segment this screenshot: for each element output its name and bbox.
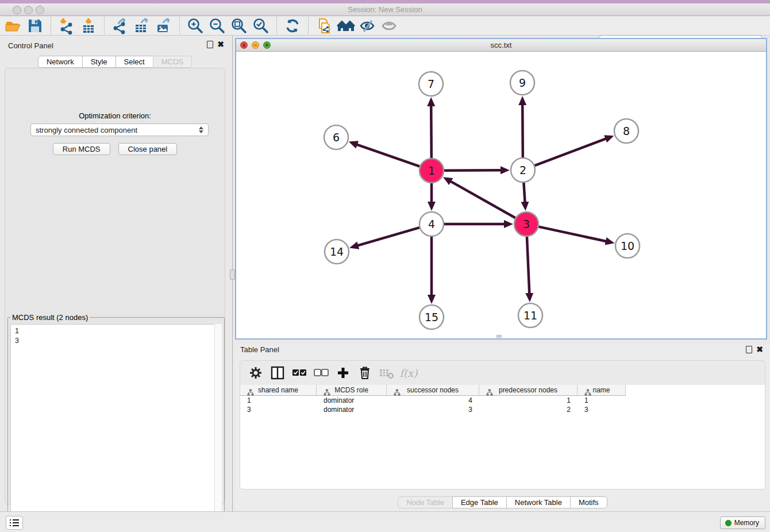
tab-node-table[interactable]: Node Table	[398, 496, 453, 508]
show-all-button[interactable]	[379, 17, 401, 35]
toolbar-separator	[179, 17, 180, 34]
import-table-button[interactable]	[78, 17, 99, 35]
column-header-shared-name[interactable]: shared name	[240, 385, 317, 396]
import-network-button[interactable]	[56, 17, 78, 35]
node-1[interactable]: 1	[419, 159, 444, 183]
edge-2-3[interactable]	[523, 183, 525, 202]
function-builder-button[interactable]: f(x)	[398, 363, 419, 383]
show-columns-button[interactable]	[267, 363, 288, 383]
tab-network-table[interactable]: Network Table	[506, 496, 571, 508]
criterion-dropdown[interactable]: strongly connected component	[30, 124, 209, 136]
column-header-predecessor-nodes[interactable]: predecessor nodes	[479, 385, 578, 396]
edge-2-9[interactable]	[522, 105, 523, 157]
tab-edge-table[interactable]: Edge Table	[452, 496, 507, 508]
network-graph[interactable]: 7968124314101511	[236, 52, 766, 338]
network-canvas[interactable]: 7968124314101511	[236, 52, 766, 338]
network-window-titlebar[interactable]: x – + scc.txt	[236, 39, 766, 52]
splitter-handle[interactable]	[230, 269, 235, 280]
table-cell[interactable]: dominator	[317, 405, 387, 414]
zoom-fit-button[interactable]	[228, 17, 250, 35]
tab-motifs[interactable]: Motifs	[570, 496, 607, 508]
column-header-name[interactable]: name	[578, 385, 626, 396]
node-11[interactable]: 11	[518, 303, 542, 327]
table-panel-tabs: Node TableEdge TableNetwork TableMotifs	[235, 496, 770, 508]
table-cell[interactable]: 1	[240, 396, 317, 405]
column-header-MCDS-role[interactable]: MCDS role	[317, 385, 387, 396]
mcds-result-scrollbar[interactable]	[214, 324, 222, 531]
houses-icon	[337, 18, 355, 34]
edge-3-10[interactable]	[539, 227, 606, 241]
edge-1-6[interactable]	[357, 145, 419, 167]
export-table-button[interactable]	[131, 17, 153, 35]
table-cell[interactable]: 2	[479, 405, 578, 414]
export-network-button[interactable]	[109, 17, 131, 35]
edge-4-14[interactable]	[357, 228, 419, 245]
save-session-button[interactable]	[24, 17, 46, 35]
checked-boxes-icon	[291, 368, 307, 378]
zoom-fit-icon	[230, 17, 248, 34]
hide-selected-button[interactable]	[357, 17, 379, 35]
zoom-out-button[interactable]	[206, 17, 228, 35]
node-4[interactable]: 4	[419, 212, 444, 236]
export-table-icon	[133, 17, 151, 34]
run-mcds-button[interactable]: Run MCDS	[53, 143, 110, 155]
task-history-button[interactable]	[6, 516, 23, 530]
table-row[interactable]: 3dominator323	[240, 405, 765, 414]
edge-3-11[interactable]	[527, 237, 529, 294]
node-6[interactable]: 6	[324, 125, 348, 149]
table-settings-button[interactable]	[245, 363, 267, 383]
zoom-in-icon	[187, 17, 204, 34]
zoom-in-button[interactable]	[184, 17, 206, 35]
node-7[interactable]: 7	[419, 72, 443, 96]
export-image-button[interactable]	[153, 17, 175, 35]
node-table: shared nameMCDS rolesuccessor nodesprede…	[240, 385, 765, 489]
edge-1-7[interactable]	[431, 106, 432, 158]
edge-2-8[interactable]	[535, 138, 606, 165]
table-cell[interactable]: 3	[387, 405, 479, 414]
select-all-button[interactable]	[288, 363, 310, 383]
table-cell[interactable]: 3	[240, 405, 317, 414]
tab-style[interactable]: Style	[82, 56, 116, 68]
float-table-panel-icon[interactable]	[746, 346, 752, 353]
node-3[interactable]: 3	[514, 212, 538, 236]
node-8[interactable]: 8	[614, 119, 638, 143]
edge-3-1[interactable]	[451, 182, 515, 218]
close-panel-icon[interactable]: ✖	[217, 41, 224, 48]
delete-table-button[interactable]	[376, 363, 398, 383]
memory-button[interactable]: Memory	[720, 516, 765, 529]
vertical-splitter[interactable]	[230, 36, 235, 511]
add-column-button[interactable]	[332, 363, 354, 383]
table-cell[interactable]: 1	[578, 396, 626, 405]
delete-column-button[interactable]	[354, 363, 376, 383]
edge-1-2[interactable]	[444, 170, 501, 171]
node-label-8: 8	[623, 125, 630, 137]
criterion-dropdown-value: strongly connected component	[36, 126, 199, 134]
node-10[interactable]: 10	[615, 234, 640, 258]
deselect-all-button[interactable]	[310, 363, 332, 383]
tab-network[interactable]: Network	[38, 56, 83, 68]
node-15[interactable]: 15	[419, 305, 444, 329]
node-14[interactable]: 14	[325, 240, 349, 264]
zoom-selected-button[interactable]	[250, 17, 272, 35]
tab-select[interactable]: Select	[116, 56, 153, 68]
node-label-4: 4	[428, 218, 435, 230]
open-session-button[interactable]	[2, 17, 24, 35]
table-cell[interactable]: dominator	[317, 396, 387, 405]
zoom-out-icon	[209, 17, 226, 34]
close-table-panel-icon[interactable]: ✖	[756, 346, 763, 353]
float-panel-icon[interactable]	[207, 41, 213, 48]
new-network-from-selection-button[interactable]	[313, 17, 335, 35]
tab-mcds[interactable]: MCDS	[153, 56, 192, 68]
table-row[interactable]: 1dominator411	[240, 396, 765, 405]
close-panel-button[interactable]: Close panel	[118, 143, 178, 155]
node-9[interactable]: 9	[510, 71, 534, 95]
table-cell[interactable]: 4	[387, 396, 479, 405]
column-header-successor-nodes[interactable]: successor nodes	[387, 385, 479, 396]
table-cell[interactable]: 3	[578, 405, 626, 414]
table-cell[interactable]: 1	[479, 396, 578, 405]
apply-layout-button[interactable]	[282, 17, 303, 35]
network-resize-grip[interactable]	[496, 335, 502, 338]
mcds-result-text[interactable]: 1 3	[10, 324, 222, 531]
first-neighbors-button[interactable]	[335, 17, 357, 35]
node-2[interactable]: 2	[511, 158, 535, 182]
